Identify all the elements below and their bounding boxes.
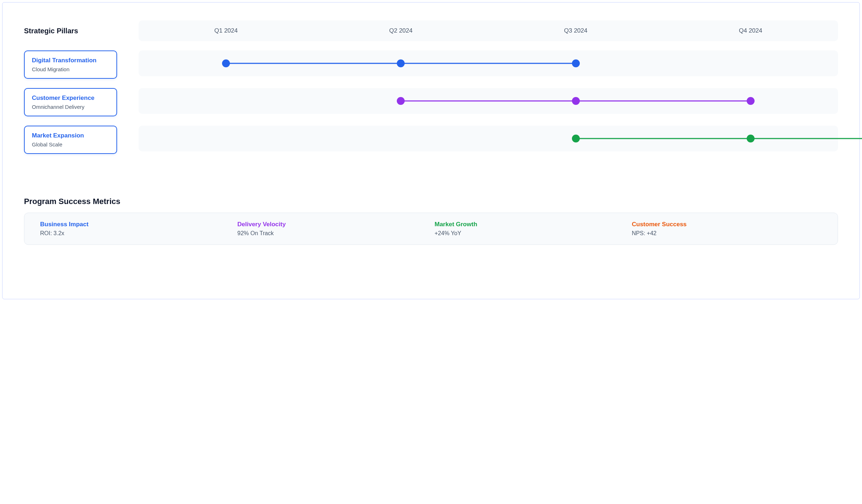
timeline-track-market-expansion (139, 126, 838, 151)
pillar-title: Digital Transformation (32, 57, 109, 64)
timeline-milestone-dot[interactable] (572, 135, 580, 142)
metric-value: ROI: 3.2x (40, 230, 230, 237)
timeline-milestone-dot[interactable] (747, 97, 755, 105)
metric-title: Market Growth (435, 221, 625, 228)
quarter-label-q1: Q1 2024 (139, 27, 313, 34)
timeline-track-digital-transformation (139, 50, 838, 76)
pillar-card-customer-experience[interactable]: Customer Experience Omnichannel Delivery (24, 88, 117, 116)
timeline-milestone-dot[interactable] (397, 59, 405, 67)
metric-value: NPS: +42 (632, 230, 822, 237)
timeline-milestone-dot[interactable] (572, 59, 580, 67)
metrics-panel: Business Impact ROI: 3.2x Delivery Veloc… (24, 213, 838, 245)
metric-title: Delivery Velocity (237, 221, 428, 228)
pillar-subtitle: Omnichannel Delivery (32, 104, 109, 110)
section-title: Strategic Pillars (24, 20, 117, 35)
pillar-subtitle: Cloud Migration (32, 66, 109, 72)
quarter-header: Q1 2024 Q2 2024 Q3 2024 Q4 2024 (139, 20, 838, 41)
timeline-track-customer-experience (139, 88, 838, 114)
metric-business-impact: Business Impact ROI: 3.2x (40, 221, 230, 237)
pillar-title: Customer Experience (32, 94, 109, 102)
metric-value: +24% YoY (435, 230, 625, 237)
timeline-milestone-dot[interactable] (747, 135, 755, 142)
timeline-line (576, 138, 862, 139)
metric-market-growth: Market Growth +24% YoY (435, 221, 625, 237)
metric-customer-success: Customer Success NPS: +42 (632, 221, 822, 237)
metrics-title: Program Success Metrics (24, 197, 838, 206)
metric-title: Customer Success (632, 221, 822, 228)
pillar-card-market-expansion[interactable]: Market Expansion Global Scale (24, 126, 117, 154)
pillar-subtitle: Global Scale (32, 141, 109, 147)
quarter-label-q2: Q2 2024 (313, 27, 488, 34)
pillar-title: Market Expansion (32, 132, 109, 139)
metrics-section: Program Success Metrics Business Impact … (24, 197, 838, 245)
roadmap-grid: Strategic Pillars Q1 2024 Q2 2024 Q3 202… (24, 20, 838, 154)
metric-delivery-velocity: Delivery Velocity 92% On Track (237, 221, 428, 237)
roadmap-frame: Strategic Pillars Q1 2024 Q2 2024 Q3 202… (2, 2, 860, 299)
quarter-label-q4: Q4 2024 (663, 27, 838, 34)
timeline-milestone-dot[interactable] (572, 97, 580, 105)
timeline-milestone-dot[interactable] (397, 97, 405, 105)
timeline-milestone-dot[interactable] (222, 59, 230, 67)
pillar-card-digital-transformation[interactable]: Digital Transformation Cloud Migration (24, 50, 117, 79)
quarter-label-q3: Q3 2024 (488, 27, 663, 34)
metric-value: 92% On Track (237, 230, 428, 237)
metric-title: Business Impact (40, 221, 230, 228)
